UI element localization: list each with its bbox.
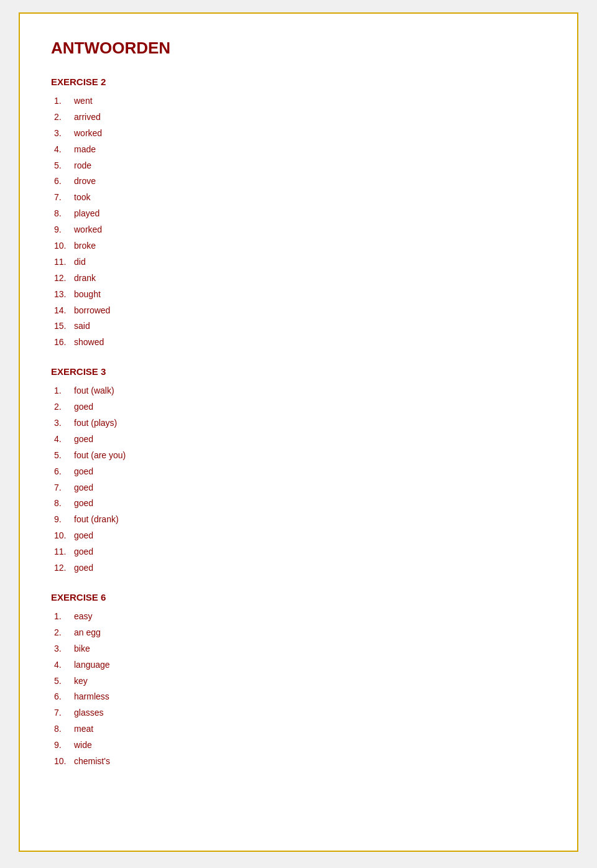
item-number: 3. (54, 415, 74, 432)
item-number: 3. (54, 641, 74, 657)
list-item: 12.goed (54, 560, 546, 576)
item-number: 1. (54, 609, 74, 625)
item-value: fout (plays) (74, 415, 117, 432)
exercise3-section: EXERCISE 3 1.fout (walk)2.goed3.fout (pl… (51, 366, 546, 576)
item-number: 2. (54, 625, 74, 641)
item-number: 10. (54, 754, 74, 770)
list-item: 5.fout (are you) (54, 448, 546, 464)
item-number: 4. (54, 432, 74, 448)
item-number: 9. (54, 737, 74, 754)
item-number: 7. (54, 190, 74, 206)
item-number: 8. (54, 206, 74, 222)
item-number: 15. (54, 318, 74, 335)
item-number: 5. (54, 158, 74, 174)
exercise3-list: 1.fout (walk)2.goed3.fout (plays)4.goed5… (51, 383, 546, 576)
list-item: 7.took (54, 190, 546, 206)
list-item: 1.fout (walk) (54, 383, 546, 399)
list-item: 10.chemist's (54, 754, 546, 770)
item-number: 6. (54, 689, 74, 705)
list-item: 5.rode (54, 158, 546, 174)
item-value: chemist's (74, 754, 110, 770)
list-item: 3.worked (54, 126, 546, 142)
item-number: 8. (54, 721, 74, 737)
item-value: fout (are you) (74, 448, 126, 464)
list-item: 4.goed (54, 432, 546, 448)
item-value: bought (74, 287, 101, 303)
item-value: goed (74, 480, 93, 496)
item-value: wide (74, 737, 92, 754)
exercise3-title: EXERCISE 3 (51, 366, 546, 377)
exercise6-list: 1.easy2.an egg3.bike4.language5.key6.har… (51, 609, 546, 770)
item-number: 6. (54, 173, 74, 190)
list-item: 10.broke (54, 238, 546, 254)
item-value: harmless (74, 689, 109, 705)
item-value: goed (74, 399, 93, 415)
item-value: goed (74, 496, 93, 512)
item-number: 12. (54, 560, 74, 576)
item-number: 9. (54, 222, 74, 238)
list-item: 11.did (54, 254, 546, 270)
main-title: ANTWOORDEN (51, 39, 546, 58)
item-number: 11. (54, 544, 74, 560)
item-value: made (74, 142, 96, 158)
exercise2-list: 1.went2.arrived3.worked4.made5.rode6.dro… (51, 93, 546, 351)
item-value: goed (74, 464, 93, 480)
list-item: 3.fout (plays) (54, 415, 546, 432)
item-number: 14. (54, 303, 74, 319)
item-number: 4. (54, 657, 74, 673)
item-value: played (74, 206, 100, 222)
list-item: 11.goed (54, 544, 546, 560)
item-value: borrowed (74, 303, 110, 319)
list-item: 6.drove (54, 173, 546, 190)
item-value: goed (74, 560, 93, 576)
list-item: 4.language (54, 657, 546, 673)
item-value: did (74, 254, 86, 270)
exercise6-section: EXERCISE 6 1.easy2.an egg3.bike4.languag… (51, 592, 546, 770)
item-number: 11. (54, 254, 74, 270)
item-value: key (74, 673, 88, 690)
item-value: goed (74, 544, 93, 560)
item-number: 4. (54, 142, 74, 158)
list-item: 15.said (54, 318, 546, 335)
list-item: 16.showed (54, 335, 546, 351)
list-item: 3.bike (54, 641, 546, 657)
list-item: 8.meat (54, 721, 546, 737)
item-value: language (74, 657, 110, 673)
item-number: 5. (54, 448, 74, 464)
item-value: showed (74, 335, 104, 351)
list-item: 1.easy (54, 609, 546, 625)
item-number: 12. (54, 270, 74, 287)
item-value: fout (drank) (74, 512, 119, 528)
item-number: 2. (54, 399, 74, 415)
item-number: 7. (54, 705, 74, 721)
item-value: fout (walk) (74, 383, 114, 399)
item-number: 2. (54, 109, 74, 126)
item-value: worked (74, 222, 102, 238)
item-number: 10. (54, 238, 74, 254)
list-item: 4.made (54, 142, 546, 158)
list-item: 9.worked (54, 222, 546, 238)
item-number: 10. (54, 528, 74, 544)
item-value: goed (74, 528, 93, 544)
list-item: 9.wide (54, 737, 546, 754)
item-value: glasses (74, 705, 103, 721)
list-item: 12.drank (54, 270, 546, 287)
item-number: 16. (54, 335, 74, 351)
item-value: said (74, 318, 90, 335)
list-item: 8.goed (54, 496, 546, 512)
item-value: drank (74, 270, 96, 287)
list-item: 1.went (54, 93, 546, 109)
list-item: 2.an egg (54, 625, 546, 641)
list-item: 9.fout (drank) (54, 512, 546, 528)
item-value: broke (74, 238, 96, 254)
item-value: worked (74, 126, 102, 142)
list-item: 2.goed (54, 399, 546, 415)
item-number: 3. (54, 126, 74, 142)
list-item: 2.arrived (54, 109, 546, 126)
item-number: 8. (54, 496, 74, 512)
page: ANTWOORDEN EXERCISE 2 1.went2.arrived3.w… (19, 12, 578, 852)
exercise2-title: EXERCISE 2 (51, 76, 546, 87)
list-item: 5.key (54, 673, 546, 690)
item-value: meat (74, 721, 93, 737)
list-item: 6.goed (54, 464, 546, 480)
